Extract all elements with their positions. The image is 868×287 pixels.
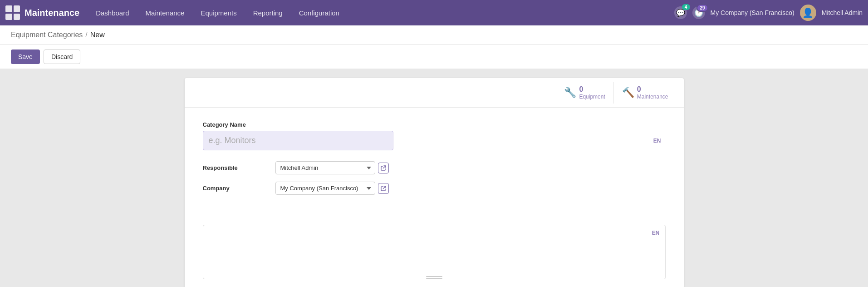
avatar[interactable]: 👤 xyxy=(800,5,816,21)
equipment-icon: 🔧 xyxy=(564,87,576,99)
category-name-input[interactable] xyxy=(203,131,393,150)
activity-count-badge: 29 xyxy=(696,4,708,12)
category-name-label: Category Name xyxy=(203,121,666,128)
category-name-lang-badge: EN xyxy=(653,138,661,144)
responsible-select[interactable]: Mitchell Admin xyxy=(275,161,375,174)
grid-icon xyxy=(5,5,20,20)
save-button[interactable]: Save xyxy=(11,49,40,64)
action-toolbar: Save Discard xyxy=(0,45,868,69)
stats-row: 🔧 0 Equipment 🔨 0 Maintenance xyxy=(185,78,684,108)
menu-item-equipments[interactable]: Equipments xyxy=(193,5,244,20)
wrench-icon: 🔨 xyxy=(622,87,634,99)
resize-handle[interactable] xyxy=(425,276,443,279)
menu-item-dashboard[interactable]: Dashboard xyxy=(88,5,136,20)
company-label: Company xyxy=(203,185,275,192)
resize-line-1 xyxy=(426,276,442,277)
equipment-stat-info: 0 Equipment xyxy=(579,85,605,100)
resize-line-2 xyxy=(426,278,442,279)
app-title: Maintenance xyxy=(25,8,79,18)
main-content: 🔧 0 Equipment 🔨 0 Maintenance Category N… xyxy=(0,69,868,287)
messages-button[interactable]: 💬 4 xyxy=(674,6,687,19)
responsible-label: Responsible xyxy=(203,164,275,171)
topnav-right-section: 💬 4 🕐 29 My Company (San Francisco) 👤 Mi… xyxy=(674,5,863,21)
responsible-input-wrap: Mitchell Admin xyxy=(275,161,389,174)
username-label: Mitchell Admin xyxy=(822,9,863,16)
app-logo[interactable]: Maintenance xyxy=(5,5,79,20)
breadcrumb-parent[interactable]: Equipment Categories xyxy=(11,31,83,39)
external-link-icon xyxy=(381,165,386,171)
top-navigation: Maintenance Dashboard Maintenance Equipm… xyxy=(0,0,868,25)
maintenance-stat-info: 0 Maintenance xyxy=(637,85,668,100)
responsible-row: Responsible Mitchell Admin xyxy=(203,161,666,174)
breadcrumb-current: New xyxy=(90,31,105,39)
page-header: Equipment Categories / New xyxy=(0,25,868,45)
activities-button[interactable]: 🕐 29 xyxy=(692,6,705,19)
equipment-label: Equipment xyxy=(579,94,605,100)
menu-item-reporting[interactable]: Reporting xyxy=(246,5,290,20)
company-selector[interactable]: My Company (San Francisco) xyxy=(711,9,794,16)
discard-button[interactable]: Discard xyxy=(44,49,80,64)
maintenance-stat-button[interactable]: 🔨 0 Maintenance xyxy=(613,82,677,104)
form-body: Category Name EN Responsible Mitchell Ad… xyxy=(185,108,684,216)
company-row: Company My Company (San Francisco) xyxy=(203,182,666,195)
menu-item-configuration[interactable]: Configuration xyxy=(292,5,347,20)
company-select[interactable]: My Company (San Francisco) xyxy=(275,182,375,195)
notes-lang-badge: EN xyxy=(652,230,660,236)
form-card: 🔧 0 Equipment 🔨 0 Maintenance Category N… xyxy=(185,78,684,287)
breadcrumb: Equipment Categories / New xyxy=(11,31,105,39)
responsible-external-link[interactable] xyxy=(378,163,389,173)
company-input-wrap: My Company (San Francisco) xyxy=(275,182,389,195)
maintenance-count: 0 xyxy=(637,85,641,94)
equipment-stat-button[interactable]: 🔧 0 Equipment xyxy=(556,82,613,104)
menu-item-maintenance[interactable]: Maintenance xyxy=(138,5,192,20)
company-external-link-icon xyxy=(381,186,386,191)
main-menu: Dashboard Maintenance Equipments Reporti… xyxy=(88,5,674,20)
category-name-field-wrap: EN xyxy=(203,131,666,150)
notes-area[interactable]: EN xyxy=(203,225,666,279)
breadcrumb-separator: / xyxy=(85,31,87,39)
company-external-link[interactable] xyxy=(378,183,389,194)
message-count-badge: 4 xyxy=(682,4,690,10)
equipment-count: 0 xyxy=(579,85,583,94)
maintenance-label: Maintenance xyxy=(637,94,668,100)
